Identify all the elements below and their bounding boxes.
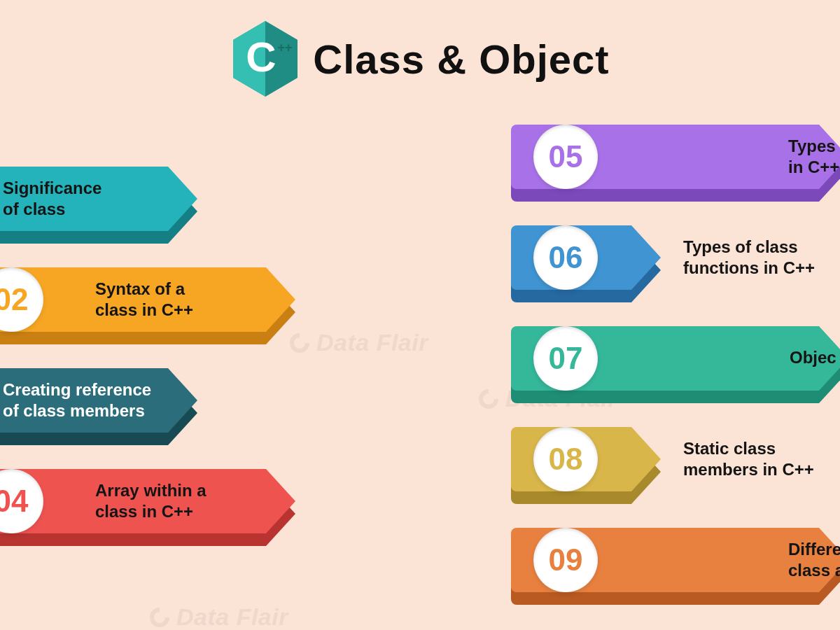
topic-number: 02 — [0, 282, 28, 317]
hexagon-icon: C ++ — [230, 20, 300, 98]
topic-number-badge: 08 — [533, 427, 598, 491]
topic-number: 07 — [549, 341, 583, 376]
topic-item-06: 06 Types of classfunctions in C++ — [511, 225, 840, 309]
topic-number: 08 — [549, 442, 583, 477]
watermark-text: Data Flair — [176, 603, 288, 630]
topic-item-01: Significanceof class — [0, 167, 322, 251]
topic-label: Array within aclass in C++ — [95, 480, 206, 522]
topic-label: Static classmembers in C++ — [683, 438, 814, 480]
topic-item-08: 08 Static classmembers in C++ — [511, 427, 840, 511]
topic-item-02: 02 Syntax of aclass in C++ — [0, 267, 322, 351]
swirl-icon — [476, 386, 501, 412]
topic-item-07: 07 Objec — [511, 326, 840, 410]
topic-item-03: Creating referenceof class members — [0, 368, 322, 452]
svg-text:++: ++ — [278, 41, 293, 55]
topic-label: Types of classfunctions in C++ — [683, 237, 815, 279]
page-title: Class & Object — [313, 36, 609, 83]
watermark: Data Flair — [147, 603, 288, 630]
right-column: 05 Typesin C++ 06 Types of classfunction… — [511, 125, 840, 629]
topic-label: Differeclass a — [788, 539, 840, 581]
topic-label: Syntax of aclass in C++ — [95, 279, 193, 321]
topic-number: 06 — [549, 240, 583, 275]
topic-number: 05 — [549, 139, 583, 174]
topic-number-badge: 07 — [533, 326, 598, 391]
topic-item-09: 09 Differeclass a — [511, 528, 840, 612]
cpp-logo: C ++ — [230, 20, 300, 98]
topic-label: Creating referenceof class members — [3, 379, 151, 421]
topic-label: Significanceof class — [3, 178, 102, 220]
topic-number-badge: 06 — [533, 225, 598, 290]
page-header: C ++ Class & Object — [0, 0, 840, 98]
topic-label: Objec — [790, 347, 836, 368]
topic-number: 09 — [549, 542, 583, 578]
topic-number-badge: 09 — [533, 528, 598, 592]
watermark-text: Data Flair — [316, 329, 428, 356]
topic-number-badge: 05 — [533, 125, 598, 189]
topic-label: Typesin C++ — [788, 136, 839, 178]
topic-number: 04 — [0, 484, 28, 519]
swirl-icon — [147, 605, 172, 630]
topic-item-04: 04 Array within aclass in C++ — [0, 469, 322, 553]
topic-item-05: 05 Typesin C++ — [511, 125, 840, 209]
svg-text:C: C — [246, 34, 276, 80]
left-column: Significanceof class 02 Syntax of aclass… — [0, 167, 322, 570]
